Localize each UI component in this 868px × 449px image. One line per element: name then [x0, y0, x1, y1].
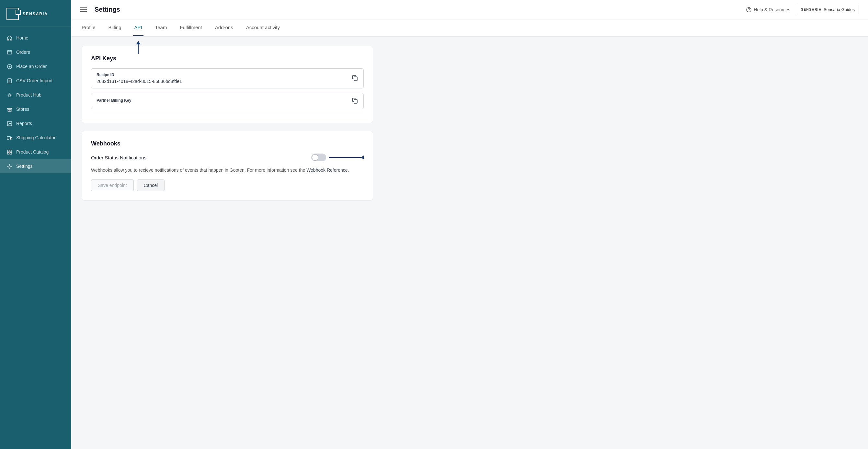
sidebar-item-home[interactable]: Home [0, 31, 71, 45]
svg-rect-11 [7, 152, 9, 154]
csv-icon [6, 78, 12, 84]
save-endpoint-button[interactable]: Save endpoint [91, 179, 134, 191]
svg-point-15 [749, 11, 749, 11]
sidebar-item-place-order[interactable]: Place an Order [0, 59, 71, 73]
tab-api[interactable]: API [133, 20, 144, 36]
svg-point-3 [8, 94, 10, 96]
settings-tabs: Profile Billing API Team Fulfillment Add… [71, 20, 868, 37]
recipe-id-field: Recipe ID 2682d131-4018-42ad-8015-85836b… [91, 68, 364, 88]
topbar-right: Help & Resources SENSARIA Sensaria Guide… [746, 5, 859, 14]
svg-rect-10 [10, 150, 12, 152]
sidebar-navigation: Home Orders Place an Order [0, 27, 71, 449]
sidebar-item-label: Place an Order [16, 64, 46, 69]
sidebar-item-shipping-calculator[interactable]: Shipping Calculator [0, 130, 71, 145]
svg-rect-0 [7, 50, 11, 54]
reports-icon [6, 121, 12, 126]
hamburger-menu[interactable] [80, 7, 87, 12]
sidebar-item-label: Home [16, 35, 28, 40]
home-icon [6, 35, 12, 41]
topbar: Settings Help & Resources SENSARIA Sensa… [71, 0, 868, 20]
svg-point-7 [7, 139, 8, 140]
stores-icon [6, 106, 12, 112]
settings-content: Profile Billing API Team Fulfillment Add… [71, 20, 868, 449]
sidebar-item-label: Settings [16, 163, 33, 169]
tab-fulfillment[interactable]: Fulfillment [179, 20, 203, 36]
sidebar-item-label: Orders [16, 50, 30, 55]
svg-point-8 [10, 139, 11, 140]
copy-billing-key-button[interactable] [352, 97, 358, 105]
catalog-icon [6, 149, 12, 155]
api-keys-card: API Keys Recipe ID 2682d131-4018-42ad-80… [82, 46, 373, 123]
order-status-label: Order Status Notifications [91, 155, 146, 160]
copy-recipe-id-button[interactable] [352, 74, 358, 82]
api-keys-title: API Keys [91, 55, 364, 62]
order-status-toggle[interactable] [311, 154, 326, 161]
sensaria-guides-button[interactable]: SENSARIA Sensaria Guides [797, 5, 859, 14]
partner-billing-key-label: Partner Billing Key [96, 98, 131, 103]
sensaria-logo-small: SENSARIA [801, 8, 822, 11]
sidebar-item-settings[interactable]: Settings [0, 159, 71, 173]
main-content: Settings Help & Resources SENSARIA Sensa… [71, 0, 868, 449]
page-title: Settings [95, 6, 741, 13]
svg-point-13 [9, 166, 10, 167]
svg-rect-9 [7, 150, 9, 152]
sidebar-item-product-hub[interactable]: Product Hub [0, 88, 71, 102]
sidebar-item-reports[interactable]: Reports [0, 116, 71, 130]
shipping-icon [6, 135, 12, 141]
toggle-arrow [329, 155, 364, 159]
partner-billing-key-field: Partner Billing Key [91, 93, 364, 109]
svg-rect-16 [354, 77, 357, 81]
tab-billing[interactable]: Billing [107, 20, 123, 36]
page-body: API Keys Recipe ID 2682d131-4018-42ad-80… [71, 37, 868, 217]
sidebar-item-label: CSV Order Import [16, 78, 53, 83]
logo-text: SENSARIA [23, 12, 48, 16]
api-tab-arrow [138, 41, 138, 54]
product-hub-icon [6, 92, 12, 98]
settings-icon [6, 163, 12, 169]
guides-label: Sensaria Guides [824, 7, 855, 12]
svg-rect-17 [354, 99, 357, 103]
place-order-icon [6, 63, 12, 69]
cancel-button[interactable]: Cancel [137, 179, 165, 191]
tab-team[interactable]: Team [154, 20, 168, 36]
sidebar-item-label: Product Hub [16, 92, 41, 97]
webhooks-title: Webhooks [91, 140, 364, 147]
webhook-actions: Save endpoint Cancel [91, 179, 364, 191]
orders-icon [6, 49, 12, 55]
webhook-reference-link[interactable]: Webhook Reference. [306, 168, 349, 173]
sidebar-item-stores[interactable]: Stores [0, 102, 71, 116]
tab-profile[interactable]: Profile [80, 20, 97, 36]
recipe-id-label: Recipe ID [96, 72, 182, 77]
svg-rect-6 [7, 137, 10, 139]
sidebar-item-label: Stores [16, 107, 29, 112]
sidebar-item-label: Shipping Calculator [16, 135, 55, 140]
tab-addons[interactable]: Add-ons [214, 20, 235, 36]
sidebar-item-product-catalog[interactable]: Product Catalog [0, 145, 71, 159]
help-circle-icon [746, 7, 752, 12]
webhooks-card: Webhooks Order Status Notifications [82, 131, 373, 201]
toggle-knob [312, 154, 318, 161]
svg-rect-12 [10, 152, 12, 154]
help-resources-link[interactable]: Help & Resources [746, 7, 790, 12]
sidebar-item-label: Product Catalog [16, 149, 49, 154]
sidebar-logo: SENSARIA [0, 0, 71, 27]
webhook-description: Webhooks allow you to recieve notificati… [91, 167, 364, 174]
help-label: Help & Resources [754, 7, 790, 12]
recipe-id-value: 2682d131-4018-42ad-8015-85836bd8fde1 [96, 79, 182, 84]
webhook-toggle-row: Order Status Notifications [91, 154, 364, 161]
sidebar-item-csv-import[interactable]: CSV Order Import [0, 73, 71, 88]
sidebar-item-label: Reports [16, 121, 32, 126]
sidebar-item-orders[interactable]: Orders [0, 45, 71, 59]
tab-account-activity[interactable]: Account activity [245, 20, 281, 36]
sidebar: SENSARIA Home Orders [0, 0, 71, 449]
